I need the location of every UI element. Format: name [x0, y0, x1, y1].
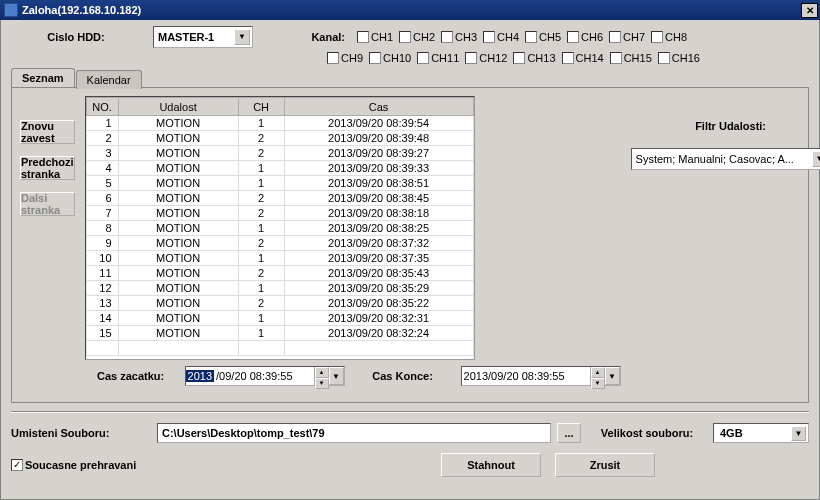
checkbox-icon[interactable]	[357, 31, 369, 43]
channel-label: CH7	[623, 31, 645, 43]
hdd-label: Cislo HDD:	[11, 31, 141, 43]
table-row[interactable]: 10MOTION12013/09/20 08:37:35	[86, 251, 473, 266]
prev-page-button[interactable]: Predchozi stranka	[20, 156, 75, 180]
channel-ch7[interactable]: CH7	[609, 31, 645, 43]
chevron-down-icon[interactable]: ▼	[234, 29, 250, 45]
table-row[interactable]: 1MOTION12013/09/20 08:39:54	[86, 116, 473, 131]
cell-cas: 2013/09/20 08:32:31	[284, 311, 473, 326]
checkbox-icon[interactable]	[465, 52, 477, 64]
simultaneous-play-checkbox[interactable]: Soucasne prehravani	[11, 459, 136, 471]
divider	[11, 411, 809, 413]
checkbox-icon[interactable]	[658, 52, 670, 64]
start-time-spinner[interactable]: ▲▼	[314, 367, 329, 385]
col-udalost[interactable]: Udalost	[118, 98, 238, 116]
table-row[interactable]: 4MOTION12013/09/20 08:39:33	[86, 161, 473, 176]
channel-ch15[interactable]: CH15	[610, 52, 652, 64]
channel-ch1[interactable]: CH1	[357, 31, 393, 43]
col-cas[interactable]: Cas	[284, 98, 473, 116]
channel-ch11[interactable]: CH11	[417, 52, 459, 64]
cell-no: 12	[86, 281, 118, 296]
channel-label: CH16	[672, 52, 700, 64]
checkbox-icon[interactable]	[562, 52, 574, 64]
channel-ch10[interactable]: CH10	[369, 52, 411, 64]
checkbox-icon[interactable]	[610, 52, 622, 64]
cell-cas: 2013/09/20 08:35:22	[284, 296, 473, 311]
checkbox-icon[interactable]	[417, 52, 429, 64]
table-row[interactable]: 14MOTION12013/09/20 08:32:31	[86, 311, 473, 326]
chevron-down-icon[interactable]: ▼	[605, 367, 620, 385]
file-path-input[interactable]: C:\Users\Desktop\tomp_test\79	[157, 423, 551, 443]
channel-ch16[interactable]: CH16	[658, 52, 700, 64]
checkbox-icon[interactable]	[399, 31, 411, 43]
channel-label: CH3	[455, 31, 477, 43]
channel-ch12[interactable]: CH12	[465, 52, 507, 64]
checkbox-icon[interactable]	[327, 52, 339, 64]
checkbox-icon[interactable]	[567, 31, 579, 43]
cell-udalost: MOTION	[118, 206, 238, 221]
event-table[interactable]: NO. Udalost CH Cas 1MOTION12013/09/20 08…	[85, 96, 475, 360]
chevron-down-icon[interactable]: ▼	[812, 151, 820, 167]
left-buttons: Znovu zavest Predchozi stranka Dalsi str…	[20, 96, 75, 394]
chevron-down-icon[interactable]: ▼	[329, 367, 344, 385]
channel-ch13[interactable]: CH13	[513, 52, 555, 64]
channel-ch14[interactable]: CH14	[562, 52, 604, 64]
channel-ch5[interactable]: CH5	[525, 31, 561, 43]
table-row[interactable]: 15MOTION12013/09/20 08:32:24	[86, 326, 473, 341]
col-ch[interactable]: CH	[238, 98, 284, 116]
table-row[interactable]: 9MOTION22013/09/20 08:37:32	[86, 236, 473, 251]
cell-ch: 1	[238, 176, 284, 191]
table-row[interactable]: 5MOTION12013/09/20 08:38:51	[86, 176, 473, 191]
cell-ch: 2	[238, 206, 284, 221]
checkbox-icon[interactable]	[513, 52, 525, 64]
download-button[interactable]: Stahnout	[441, 453, 541, 477]
tab-seznam[interactable]: Seznam	[11, 68, 75, 87]
cancel-button[interactable]: Zrusit	[555, 453, 655, 477]
checkbox-icon[interactable]	[609, 31, 621, 43]
cell-no: 3	[86, 146, 118, 161]
filter-label: Filtr Udalosti:	[631, 120, 820, 132]
channel-ch6[interactable]: CH6	[567, 31, 603, 43]
table-row[interactable]: 2MOTION22013/09/20 08:39:48	[86, 131, 473, 146]
checkbox-icon[interactable]	[441, 31, 453, 43]
table-row[interactable]: 12MOTION12013/09/20 08:35:29	[86, 281, 473, 296]
table-row[interactable]: 3MOTION22013/09/20 08:39:27	[86, 146, 473, 161]
channel-ch9[interactable]: CH9	[327, 52, 363, 64]
channel-label: CH9	[341, 52, 363, 64]
hdd-select[interactable]: MASTER-1 ▼	[153, 26, 253, 48]
file-location-row: Umisteni Souboru: C:\Users\Desktop\tomp_…	[11, 423, 809, 443]
file-size-value: 4GB	[720, 427, 743, 439]
checkbox-icon[interactable]	[11, 459, 23, 471]
cell-no: 10	[86, 251, 118, 266]
tab-kalendar[interactable]: Kalendar	[76, 70, 142, 89]
table-row[interactable]: 11MOTION22013/09/20 08:35:43	[86, 266, 473, 281]
cell-ch: 1	[238, 116, 284, 131]
start-year-selected[interactable]: 2013	[186, 370, 214, 382]
filter-select[interactable]: System; Manualni; Casovac; A... ▼	[631, 148, 820, 170]
browse-button[interactable]: ...	[557, 423, 581, 443]
start-time-rest[interactable]: /09/20 08:39:55	[214, 370, 314, 382]
checkbox-icon[interactable]	[369, 52, 381, 64]
reload-button[interactable]: Znovu zavest	[20, 120, 75, 144]
end-time-input[interactable]: 2013/09/20 08:39:55 ▲▼ ▼	[461, 366, 621, 386]
checkbox-icon[interactable]	[483, 31, 495, 43]
chevron-down-icon[interactable]: ▼	[791, 426, 806, 441]
close-button[interactable]: ✕	[801, 3, 818, 18]
window-title: Zaloha(192.168.10.182)	[22, 4, 801, 16]
checkbox-icon[interactable]	[525, 31, 537, 43]
table-row[interactable]: 8MOTION12013/09/20 08:38:25	[86, 221, 473, 236]
end-time-spinner[interactable]: ▲▼	[590, 367, 605, 385]
channel-ch3[interactable]: CH3	[441, 31, 477, 43]
table-row[interactable]: 6MOTION22013/09/20 08:38:45	[86, 191, 473, 206]
checkbox-icon[interactable]	[651, 31, 663, 43]
cell-ch: 1	[238, 221, 284, 236]
table-row[interactable]: 7MOTION22013/09/20 08:38:18	[86, 206, 473, 221]
col-no[interactable]: NO.	[86, 98, 118, 116]
channel-ch8[interactable]: CH8	[651, 31, 687, 43]
file-size-label: Velikost souboru:	[587, 427, 707, 439]
channel-ch2[interactable]: CH2	[399, 31, 435, 43]
file-size-select[interactable]: 4GB ▼	[713, 423, 809, 443]
end-time-value[interactable]: 2013/09/20 08:39:55	[462, 370, 590, 382]
channel-ch4[interactable]: CH4	[483, 31, 519, 43]
table-row[interactable]: 13MOTION22013/09/20 08:35:22	[86, 296, 473, 311]
start-time-input[interactable]: 2013 /09/20 08:39:55 ▲▼ ▼	[185, 366, 345, 386]
